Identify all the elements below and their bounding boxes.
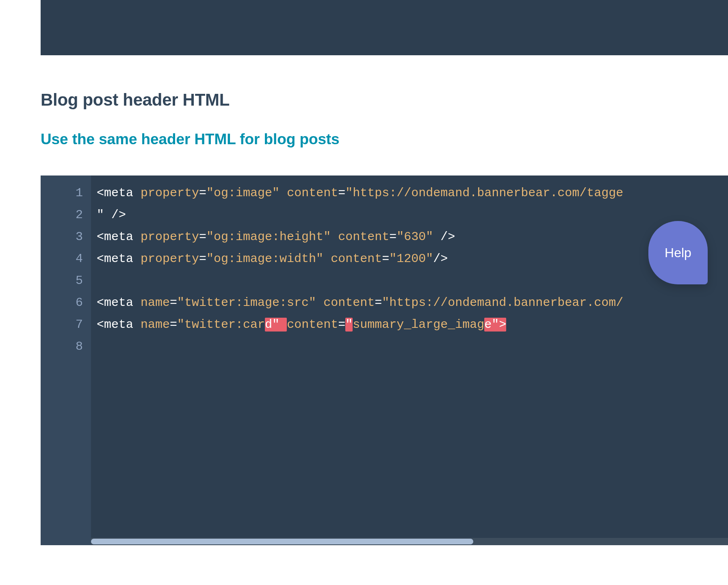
line-number: 6 bbox=[41, 292, 91, 314]
code-token: = bbox=[170, 318, 177, 332]
code-token: = bbox=[338, 318, 345, 332]
code-token: = bbox=[375, 296, 382, 310]
code-token bbox=[323, 252, 331, 266]
code-token: "og:image:width" bbox=[206, 252, 323, 266]
code-token: <meta bbox=[97, 186, 141, 200]
code-token: "630" bbox=[396, 230, 433, 244]
line-number: 1 bbox=[41, 182, 91, 204]
code-token: property bbox=[141, 186, 199, 200]
code-token: content bbox=[287, 318, 338, 332]
code-line[interactable] bbox=[97, 270, 728, 292]
header-banner bbox=[41, 0, 728, 55]
code-token: /> bbox=[433, 230, 455, 244]
code-highlight: e"> bbox=[484, 318, 506, 332]
line-number: 3 bbox=[41, 226, 91, 248]
code-token: <meta bbox=[97, 230, 141, 244]
code-token: "og:image" bbox=[206, 186, 280, 200]
help-button-label: Help bbox=[665, 245, 691, 260]
code-token: " /> bbox=[97, 208, 126, 222]
code-token: "https://ondemand.bannerbear.com/tagge bbox=[345, 186, 623, 200]
code-highlight: " bbox=[345, 318, 353, 332]
code-token: = bbox=[382, 252, 389, 266]
page: Blog post header HTML Use the same heade… bbox=[0, 0, 728, 585]
code-token: content bbox=[338, 230, 389, 244]
code-token: name bbox=[141, 318, 170, 332]
code-token: = bbox=[389, 230, 396, 244]
code-token bbox=[331, 230, 338, 244]
code-token: name bbox=[141, 296, 170, 310]
code-token: property bbox=[141, 252, 199, 266]
code-line[interactable]: <meta property="og:image" content="https… bbox=[97, 182, 728, 204]
code-token: <meta bbox=[97, 296, 141, 310]
code-line[interactable]: <meta property="og:image:height" content… bbox=[97, 226, 728, 248]
line-number: 7 bbox=[41, 314, 91, 336]
code-token: "og:image:height" bbox=[206, 230, 331, 244]
code-line[interactable]: <meta property="og:image:width" content=… bbox=[97, 248, 728, 270]
code-line[interactable]: <meta name="twitter:image:src" content="… bbox=[97, 292, 728, 314]
code-token: = bbox=[338, 186, 345, 200]
code-token: "twitter:image:src" bbox=[177, 296, 316, 310]
code-line[interactable]: " /> bbox=[97, 204, 728, 226]
code-token: = bbox=[199, 252, 206, 266]
line-number: 4 bbox=[41, 248, 91, 270]
code-token bbox=[316, 296, 323, 310]
code-token: content bbox=[323, 296, 375, 310]
code-token: "https://ondemand.bannerbear.com/ bbox=[382, 296, 623, 310]
code-editor-gutter: 1 2 3 4 5 6 7 8 bbox=[41, 176, 91, 545]
code-token: content bbox=[287, 186, 338, 200]
line-number: 2 bbox=[41, 204, 91, 226]
code-token: = bbox=[199, 230, 206, 244]
horizontal-scrollbar[interactable] bbox=[91, 538, 728, 545]
line-number: 8 bbox=[41, 336, 91, 358]
code-token: "twitter:car bbox=[177, 318, 265, 332]
code-line[interactable]: <meta name="twitter:card" content="summa… bbox=[97, 314, 728, 336]
code-token: <meta bbox=[97, 318, 141, 332]
horizontal-scrollbar-thumb[interactable] bbox=[91, 539, 473, 544]
code-token: content bbox=[331, 252, 382, 266]
help-button[interactable]: Help bbox=[648, 221, 708, 284]
code-token: "1200" bbox=[389, 252, 433, 266]
code-token: /> bbox=[433, 252, 448, 266]
code-line[interactable] bbox=[97, 336, 728, 358]
code-token: property bbox=[141, 230, 199, 244]
code-token: = bbox=[199, 186, 206, 200]
code-token: summary_large_imag bbox=[353, 318, 484, 332]
code-highlight: d" bbox=[265, 318, 287, 332]
code-editor-body[interactable]: <meta property="og:image" content="https… bbox=[91, 176, 728, 545]
code-token bbox=[280, 186, 287, 200]
code-token: = bbox=[170, 296, 177, 310]
code-editor[interactable]: 1 2 3 4 5 6 7 8 <meta property="og:image… bbox=[41, 176, 728, 545]
subsection-toggle-link[interactable]: Use the same header HTML for blog posts bbox=[41, 131, 340, 148]
line-number: 5 bbox=[41, 270, 91, 292]
code-token: <meta bbox=[97, 252, 141, 266]
section-title: Blog post header HTML bbox=[41, 90, 230, 110]
